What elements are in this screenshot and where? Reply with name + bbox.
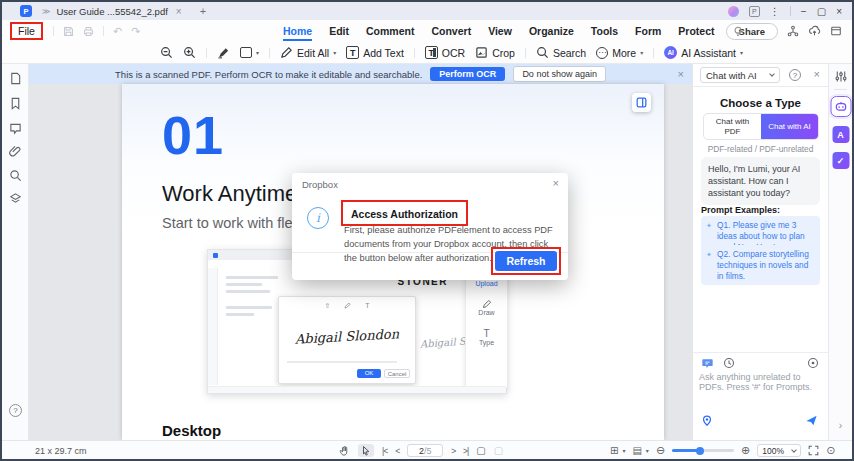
highlighter-icon[interactable] bbox=[217, 46, 230, 59]
panel-close-icon[interactable]: × bbox=[814, 68, 820, 80]
proofread-check-icon[interactable]: ✓ bbox=[832, 152, 849, 169]
share-nodes-icon[interactable] bbox=[787, 25, 799, 37]
add-text-button[interactable]: T Add Text bbox=[346, 46, 404, 59]
more-button[interactable]: ⋯ More▾ bbox=[596, 47, 643, 59]
perform-ocr-button[interactable]: Perform OCR bbox=[430, 67, 505, 81]
zoom-in-button[interactable]: ⊕ bbox=[741, 444, 750, 457]
history-icon[interactable] bbox=[723, 357, 735, 369]
maximize-button[interactable]: ▢ bbox=[817, 6, 826, 17]
zoom-in-icon[interactable] bbox=[183, 46, 196, 59]
close-button[interactable]: × bbox=[836, 6, 842, 17]
placeholder-lines bbox=[226, 276, 278, 297]
chat-with-ai-tab[interactable]: Chat with AI bbox=[761, 114, 818, 139]
panel-help-icon[interactable]: ? bbox=[789, 69, 801, 81]
ocr-button[interactable]: T OCR bbox=[425, 46, 465, 59]
dialog-close-icon[interactable]: × bbox=[553, 177, 559, 189]
scroll-mode-button[interactable]: ▤▾ bbox=[632, 445, 648, 456]
menu-view[interactable]: View bbox=[488, 22, 512, 41]
menu-organize[interactable]: Organize bbox=[529, 22, 574, 41]
menu-convert[interactable]: Convert bbox=[431, 22, 471, 41]
document-area: This is a scanned PDF. Perform OCR to ma… bbox=[29, 64, 692, 440]
chevron-down-icon bbox=[791, 447, 797, 453]
fullscreen-icon[interactable] bbox=[808, 445, 819, 456]
zoom-out-icon[interactable] bbox=[160, 46, 173, 59]
first-page-button[interactable]: |< bbox=[382, 446, 387, 456]
search-button[interactable]: Search bbox=[536, 46, 586, 59]
redo-icon[interactable]: ↷ bbox=[131, 25, 140, 38]
cloud-upload-icon[interactable] bbox=[808, 25, 821, 37]
toolbar: ▾ Edit All▾ T Add Text T OCR Crop Search… bbox=[2, 42, 852, 64]
shape-tool-button[interactable]: ▾ bbox=[240, 47, 259, 58]
read-mode-icon[interactable]: ⊙ bbox=[826, 444, 835, 457]
new-tab-button[interactable]: + bbox=[200, 5, 206, 17]
page-dimensions: 21 x 29.7 cm bbox=[35, 446, 87, 456]
document-tab[interactable]: ≫ User Guide ...55542_2.pdf × bbox=[42, 6, 184, 17]
menu-home[interactable]: Home bbox=[283, 22, 312, 41]
select-tool-button[interactable] bbox=[358, 444, 374, 457]
zoom-level-select[interactable]: 100% bbox=[757, 444, 801, 457]
thumbnails-icon[interactable] bbox=[9, 72, 22, 85]
chat-settings-icon[interactable] bbox=[807, 357, 819, 369]
menu-comment[interactable]: Comment bbox=[366, 22, 414, 41]
dismiss-button[interactable]: Do not show again bbox=[513, 66, 606, 82]
feedback-icon[interactable]: P bbox=[749, 6, 760, 17]
chat-mode-select[interactable]: Chat with AI bbox=[700, 67, 780, 83]
dropbox-dialog: Dropbox × i Access Authorization First, … bbox=[292, 173, 568, 280]
page-layout-button[interactable]: ⊞▾ bbox=[610, 445, 625, 456]
page-number-input[interactable]: 2 /5 bbox=[407, 444, 443, 457]
signature-stamp-icon[interactable] bbox=[9, 192, 22, 205]
hand-tool-icon[interactable] bbox=[339, 445, 350, 457]
menu-protect[interactable]: Protect bbox=[678, 22, 714, 41]
ai-assistant-button[interactable]: AI AI Assistant▾ bbox=[664, 46, 743, 59]
search-panel-icon[interactable] bbox=[9, 169, 22, 182]
last-page-button[interactable]: >| bbox=[463, 446, 468, 456]
translate-icon[interactable]: A bbox=[832, 126, 849, 143]
zoom-slider-knob[interactable] bbox=[696, 447, 704, 455]
ai-chat-panel: Chat with AI ? × Choose a Type Chat with… bbox=[692, 64, 828, 440]
menu-edit[interactable]: Edit bbox=[329, 22, 349, 41]
hide-toolbar-icon[interactable] bbox=[830, 25, 842, 37]
chat-input[interactable] bbox=[699, 372, 822, 404]
undo-icon[interactable]: ↶ bbox=[113, 25, 122, 38]
bookmark-icon[interactable] bbox=[9, 97, 22, 110]
save-icon[interactable] bbox=[63, 26, 74, 37]
chat-with-pdf-tab[interactable]: Chat with PDF bbox=[704, 114, 761, 139]
rotate-right-icon: ▢ bbox=[494, 445, 503, 456]
floating-panel-icon[interactable] bbox=[632, 93, 651, 112]
edit-all-button[interactable]: Edit All▾ bbox=[280, 46, 336, 59]
menu-form[interactable]: Form bbox=[635, 22, 661, 41]
menu-tools[interactable]: Tools bbox=[591, 22, 618, 41]
refresh-button[interactable]: Refresh bbox=[495, 251, 557, 271]
notification-close-icon[interactable]: × bbox=[678, 68, 684, 80]
more-menu-icon[interactable]: ⋮ bbox=[770, 6, 780, 17]
cursor-icon bbox=[361, 445, 371, 456]
file-menu-button[interactable]: File bbox=[10, 22, 43, 40]
chat-mode-icon[interactable] bbox=[701, 357, 714, 369]
location-pin-icon[interactable] bbox=[701, 414, 713, 427]
next-page-button[interactable]: > bbox=[451, 446, 455, 456]
zoom-out-button[interactable]: ⊖ bbox=[656, 444, 665, 457]
prompt-example-2[interactable]: ✦ Q2. Compare storytelling techniques in… bbox=[701, 245, 820, 285]
print-icon[interactable] bbox=[83, 26, 94, 37]
zoom-slider[interactable] bbox=[672, 449, 734, 452]
placeholder-lines bbox=[226, 306, 272, 320]
collapse-panel-icon[interactable]: › bbox=[839, 420, 842, 431]
send-icon[interactable] bbox=[805, 414, 818, 427]
crop-button[interactable]: Crop bbox=[475, 46, 515, 59]
minimize-button[interactable]: − bbox=[801, 6, 807, 17]
tips-lamp-icon[interactable] bbox=[732, 25, 744, 37]
tab-title: User Guide ...55542_2.pdf bbox=[56, 6, 167, 17]
rectangle-shape-icon bbox=[240, 47, 252, 58]
app-window: P ≫ User Guide ...55542_2.pdf × + P ⋮ − … bbox=[0, 0, 854, 461]
left-navigation-rail: ? bbox=[2, 64, 29, 440]
menu-bar: File ↶ ↷ Home Edit Comment Convert View … bbox=[2, 20, 852, 42]
ai-robot-icon[interactable] bbox=[830, 96, 851, 117]
comments-icon[interactable] bbox=[9, 122, 22, 135]
tab-close-icon[interactable]: × bbox=[174, 6, 184, 17]
previous-page-button[interactable]: < bbox=[395, 446, 399, 456]
attachments-icon[interactable] bbox=[9, 145, 22, 158]
user-avatar[interactable] bbox=[728, 6, 739, 17]
help-icon[interactable]: ? bbox=[9, 404, 22, 417]
rotate-left-icon[interactable]: ▢ bbox=[476, 445, 485, 456]
sliders-icon[interactable] bbox=[834, 70, 847, 83]
